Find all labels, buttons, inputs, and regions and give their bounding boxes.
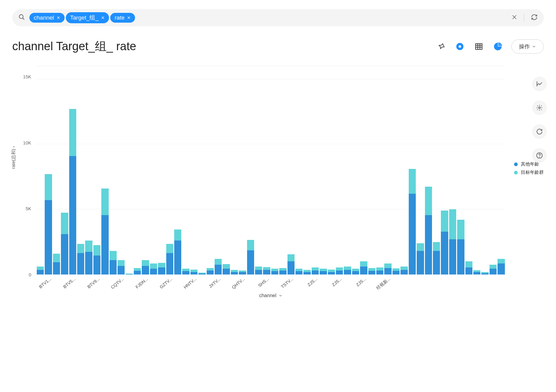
help-icon[interactable] <box>532 148 547 163</box>
y-axis-label: rate(总和)› <box>11 146 17 169</box>
bar[interactable] <box>473 66 480 274</box>
bar[interactable] <box>498 66 505 274</box>
bar[interactable] <box>295 66 302 274</box>
bar[interactable] <box>182 66 189 274</box>
bar[interactable] <box>110 66 117 274</box>
bar[interactable] <box>223 66 230 274</box>
bar[interactable] <box>303 66 310 274</box>
x-tick-label: TSTV... <box>280 276 294 289</box>
bar[interactable] <box>150 66 157 274</box>
refresh-icon[interactable] <box>531 14 538 22</box>
chip-remove-icon[interactable]: ✕ <box>127 15 131 20</box>
x-tick-label: QHTV... <box>231 276 246 290</box>
line-chart-tool-icon[interactable] <box>532 77 547 91</box>
chip-remove-icon[interactable]: ✕ <box>101 15 105 20</box>
x-tick-label: HNTV... <box>183 276 197 289</box>
bar[interactable] <box>69 66 76 274</box>
chip-label: channel <box>34 14 54 21</box>
bar[interactable] <box>344 66 351 274</box>
legend-label: 目标年龄群 <box>521 170 544 175</box>
bar[interactable] <box>247 66 254 274</box>
y-tick-label: 10K <box>23 140 31 145</box>
chip-remove-icon[interactable]: ✕ <box>57 15 60 20</box>
bar[interactable] <box>384 66 391 274</box>
bar[interactable] <box>45 66 52 274</box>
bar[interactable] <box>174 66 181 274</box>
bar[interactable] <box>215 66 222 274</box>
filter-chip[interactable]: channel✕ <box>29 13 65 23</box>
x-tick-label: 经视新... <box>375 276 392 291</box>
bar[interactable] <box>433 66 440 274</box>
clear-search-icon[interactable] <box>512 14 517 21</box>
bar[interactable] <box>400 66 408 274</box>
bar[interactable] <box>441 66 448 274</box>
filter-chip[interactable]: Target_组_✕ <box>66 12 109 23</box>
bar[interactable] <box>312 66 319 274</box>
bar[interactable] <box>93 66 100 274</box>
bar[interactable] <box>207 66 214 274</box>
bar[interactable] <box>85 66 92 274</box>
bar[interactable] <box>279 66 286 274</box>
bar[interactable] <box>37 66 44 274</box>
bar[interactable] <box>231 66 238 274</box>
bar[interactable] <box>77 66 84 274</box>
bar[interactable] <box>490 66 497 274</box>
bar[interactable] <box>190 66 197 274</box>
chip-label: Target_组_ <box>70 14 99 22</box>
bar[interactable] <box>425 66 432 274</box>
bar[interactable] <box>198 66 205 274</box>
svg-point-5 <box>459 45 461 47</box>
bar[interactable] <box>457 66 464 274</box>
bar[interactable] <box>263 66 270 274</box>
reload-icon[interactable] <box>532 124 547 139</box>
header: channel Target_组_ rate 操作 <box>12 39 544 54</box>
x-tick-label: BTV5... <box>62 276 76 289</box>
bar[interactable] <box>336 66 343 274</box>
bar[interactable] <box>142 66 149 274</box>
search-bar[interactable]: channel✕ Target_组_✕ rate✕ <box>12 9 544 26</box>
action-button[interactable]: 操作 <box>511 39 544 54</box>
table-view-icon[interactable] <box>473 41 484 52</box>
chart-view-icon[interactable] <box>492 41 503 52</box>
filter-chip[interactable]: rate✕ <box>110 13 135 23</box>
bar[interactable] <box>481 66 488 274</box>
bar[interactable] <box>134 66 141 274</box>
bar[interactable] <box>417 66 424 274</box>
svg-point-0 <box>19 15 23 19</box>
bar[interactable] <box>126 66 133 274</box>
bar[interactable] <box>118 66 125 274</box>
bar[interactable] <box>360 66 367 274</box>
bar[interactable] <box>449 66 456 274</box>
svg-rect-6 <box>476 43 482 49</box>
legend-swatch <box>514 171 518 174</box>
svg-point-13 <box>539 157 540 157</box>
x-tick-label: ZJS... <box>355 276 367 287</box>
bar[interactable] <box>53 66 60 274</box>
bar[interactable] <box>465 66 472 274</box>
bar[interactable] <box>368 66 375 274</box>
bar[interactable] <box>239 66 246 274</box>
pin-icon[interactable] <box>435 41 446 52</box>
settings-gear-icon[interactable] <box>454 41 465 52</box>
bar[interactable] <box>328 66 335 274</box>
bar[interactable] <box>320 66 327 274</box>
bar[interactable] <box>166 66 173 274</box>
bar[interactable] <box>158 66 165 274</box>
bar[interactable] <box>393 66 400 274</box>
x-tick-label: FJDN... <box>135 276 149 289</box>
y-tick-label: 15K <box>23 74 31 79</box>
bar[interactable] <box>255 66 262 274</box>
bar[interactable] <box>287 66 295 274</box>
bar[interactable] <box>101 66 108 274</box>
bar[interactable] <box>352 66 359 274</box>
gear-icon[interactable] <box>532 100 547 115</box>
bar[interactable] <box>271 66 278 274</box>
legend-item[interactable]: 目标年龄群 <box>514 170 544 175</box>
chip-label: rate <box>115 14 125 21</box>
separator <box>524 14 524 22</box>
x-tick-label: ZJS... <box>331 276 343 287</box>
bar[interactable] <box>409 66 416 274</box>
x-tick-label: GZTV... <box>159 276 173 289</box>
bar[interactable] <box>376 66 383 274</box>
bar[interactable] <box>61 66 68 274</box>
